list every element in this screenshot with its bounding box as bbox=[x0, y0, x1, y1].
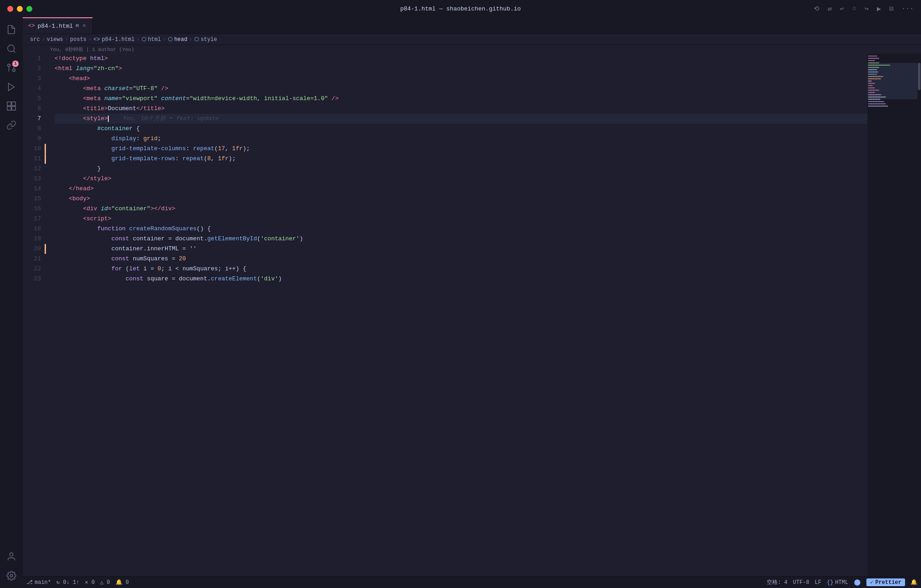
bell-status[interactable]: 🔔 bbox=[911, 579, 917, 586]
redo-icon[interactable]: ↪ bbox=[865, 5, 869, 13]
code-line: display: grid; bbox=[55, 134, 867, 144]
code-line: </style> bbox=[55, 174, 867, 184]
svg-point-11 bbox=[10, 574, 13, 577]
svg-point-2 bbox=[13, 69, 15, 72]
svg-marker-5 bbox=[9, 83, 15, 91]
code-line: const container = document.getElementByI… bbox=[55, 234, 867, 244]
scrollbar[interactable] bbox=[917, 54, 921, 576]
code-line: </head> bbox=[55, 184, 867, 194]
breadcrumb-icon-box1: ⬡ bbox=[142, 36, 146, 43]
breadcrumb-head[interactable]: head bbox=[174, 36, 187, 43]
run-debug-icon[interactable] bbox=[3, 78, 20, 96]
svg-rect-8 bbox=[7, 106, 11, 110]
split-icon[interactable]: ⊟ bbox=[889, 5, 893, 13]
code-line-active: <style> You, 10个月前 • feat: update bbox=[55, 114, 867, 124]
svg-point-10 bbox=[10, 553, 13, 556]
code-line: grid-template-rows: repeat(8, 1fr); bbox=[55, 154, 867, 164]
scrollbar-thumb[interactable] bbox=[918, 63, 921, 90]
warnings-label: △ 0 bbox=[100, 579, 110, 586]
code-line: container.innerHTML = '' bbox=[55, 244, 867, 254]
bell-icon: 🔔 bbox=[911, 579, 917, 586]
close-button[interactable] bbox=[7, 6, 13, 12]
breadcrumb-icon-box2: ⬡ bbox=[168, 36, 172, 43]
gutter-mod-10 bbox=[45, 144, 46, 154]
tab-close-button[interactable]: × bbox=[81, 21, 87, 30]
settings-icon[interactable] bbox=[3, 567, 20, 584]
position-status[interactable]: 空格: 4 bbox=[767, 578, 788, 586]
prettier-check: ✓ bbox=[870, 579, 873, 586]
traffic-lights bbox=[7, 6, 32, 12]
position-label: 空格: 4 bbox=[767, 578, 788, 586]
language-status[interactable]: {} HTML bbox=[827, 579, 848, 586]
line-ending-label: LF bbox=[815, 579, 821, 586]
sync-status[interactable]: ↻ 0↓ 1↑ bbox=[56, 579, 79, 586]
encoding-status[interactable]: UTF-8 bbox=[793, 579, 810, 586]
code-line: <meta name="viewport" content="width=dev… bbox=[55, 94, 867, 104]
line-ending-status[interactable]: LF bbox=[815, 579, 821, 586]
breadcrumb-src[interactable]: src bbox=[30, 36, 40, 43]
code-line: for (let i = 0; i < numSquares; i++) { bbox=[55, 264, 867, 274]
breadcrumb-html[interactable]: html bbox=[148, 36, 161, 43]
code-line: #container { bbox=[55, 124, 867, 134]
code-line: <head> bbox=[55, 74, 867, 84]
breadcrumb-file[interactable]: p84-1.html bbox=[102, 36, 135, 43]
editor-tab[interactable]: <> p84-1.html M × bbox=[23, 17, 93, 34]
play-icon[interactable]: ▶ bbox=[877, 5, 881, 13]
editor[interactable]: 12345 678910 1112131415 1617181920 21222… bbox=[23, 54, 921, 576]
history-icon[interactable]: ⟲ bbox=[814, 5, 820, 13]
code-line: const numSquares = 20 bbox=[55, 254, 867, 264]
status-left: ⎇ main* ↻ 0↓ 1↑ ✕ 0 △ 0 🔔 0 bbox=[26, 579, 129, 586]
sync-label: ↻ 0↓ 1↑ bbox=[56, 579, 79, 586]
info-label: 🔔 0 bbox=[116, 579, 129, 586]
warnings-status[interactable]: △ 0 bbox=[100, 579, 110, 586]
files-icon[interactable] bbox=[3, 21, 20, 38]
breadcrumb: src › views › posts › <> p84-1.html › ⬡ … bbox=[23, 34, 921, 45]
gutter-mod-20 bbox=[45, 244, 46, 254]
diff-icon[interactable]: ⇄ bbox=[828, 5, 832, 13]
blame-bar: You, 9秒钟前 | 1 author (You) bbox=[23, 45, 921, 54]
breadcrumb-posts[interactable]: posts bbox=[70, 36, 86, 43]
code-line: <meta charset="UTF-8" /> bbox=[55, 84, 867, 94]
undo-icon[interactable]: ↩ bbox=[840, 5, 844, 13]
source-control-icon[interactable]: 1 bbox=[3, 59, 20, 76]
minimap: ████████████████ ████████████████████ ██… bbox=[867, 54, 917, 576]
breadcrumb-icon-html: <> bbox=[93, 36, 100, 43]
account-icon[interactable] bbox=[3, 548, 20, 565]
branch-icon: ⎇ bbox=[26, 579, 33, 586]
errors-status[interactable]: ✕ 0 bbox=[85, 579, 95, 586]
prettier-icon-status[interactable] bbox=[854, 579, 861, 586]
extensions-icon[interactable] bbox=[3, 97, 20, 115]
minimap-content: ████████████████ ████████████████████ ██… bbox=[867, 54, 917, 110]
code-line: <!doctype html> bbox=[55, 54, 867, 64]
fullscreen-button[interactable] bbox=[26, 6, 32, 12]
svg-point-12 bbox=[854, 579, 860, 585]
code-editor[interactable]: 12345 678910 1112131415 1617181920 21222… bbox=[23, 54, 921, 576]
code-line: function createRandomSquares() { bbox=[55, 224, 867, 234]
blame-text: You, 9秒钟前 | 1 author (You) bbox=[50, 47, 134, 52]
code-line: <title>Document</title> bbox=[55, 104, 867, 114]
more-icon[interactable]: ··· bbox=[901, 5, 914, 13]
tab-label: p84-1.html bbox=[37, 23, 73, 30]
code-content[interactable]: <!doctype html> <html lang="zh-cn"> <hea… bbox=[47, 54, 867, 576]
title-actions: ⟲ ⇄ ↩ ○ ↪ ▶ ⊟ ··· bbox=[814, 5, 914, 13]
source-control-badge: 1 bbox=[12, 61, 19, 67]
code-line: <script> bbox=[55, 214, 867, 224]
window-title: p84-1.html — shaobeichen.github.io bbox=[400, 5, 521, 12]
minimize-button[interactable] bbox=[17, 6, 23, 12]
code-line: <div id="container"></div> bbox=[55, 204, 867, 214]
tab-bar: <> p84-1.html M × bbox=[23, 17, 921, 34]
line-numbers: 12345 678910 1112131415 1617181920 21222… bbox=[23, 54, 45, 576]
breadcrumb-views[interactable]: views bbox=[47, 36, 63, 43]
main-layout: 1 bbox=[0, 17, 921, 588]
title-bar: p84-1.html — shaobeichen.github.io ⟲ ⇄ ↩… bbox=[0, 0, 921, 17]
search-icon[interactable] bbox=[3, 40, 20, 57]
breadcrumb-style[interactable]: style bbox=[201, 36, 217, 43]
errors-label: ✕ 0 bbox=[85, 579, 95, 586]
branch-status[interactable]: ⎇ main* bbox=[26, 579, 51, 586]
info-status[interactable]: 🔔 0 bbox=[116, 579, 129, 586]
prettier-button[interactable]: ✓ Prettier bbox=[866, 578, 905, 586]
code-line: <body> bbox=[55, 194, 867, 204]
encoding-label: UTF-8 bbox=[793, 579, 810, 586]
remote-icon[interactable] bbox=[3, 117, 20, 134]
circle-icon[interactable]: ○ bbox=[852, 5, 856, 13]
